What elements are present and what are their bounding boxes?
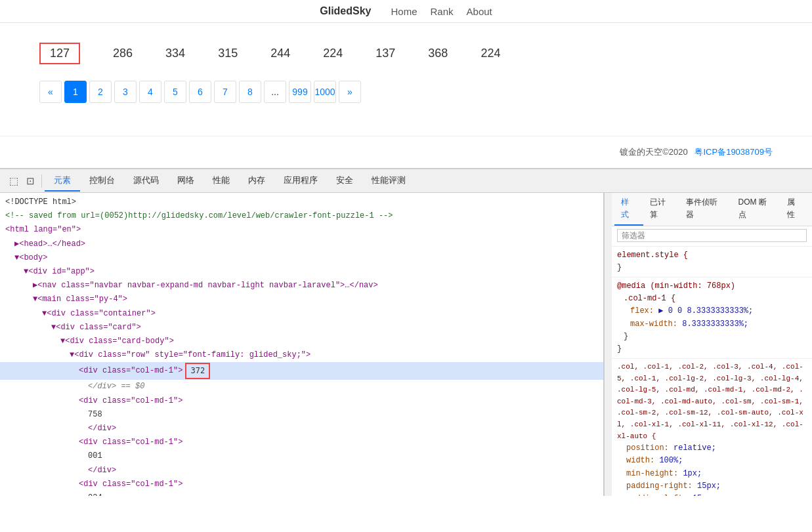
style-prop-row: min-height: 1px; [617,468,807,480]
style-prop-row: max-width: 8.3333333333%; [617,318,807,331]
pagination-page[interactable]: 4 [139,81,161,103]
number-item[interactable]: 368 [428,47,448,60]
html-line[interactable]: 001 [0,449,603,463]
style-selector: @media (min-width: 768px) [617,280,807,293]
pagination-next[interactable]: » [339,81,361,103]
style-prop-row: flex: ▶ 0 0 8.3333333333%; [617,305,807,317]
number-item[interactable]: 315 [218,47,238,60]
navbar-links: Home Rank About [391,6,492,17]
icp-link[interactable]: 粤ICP备19038709号 [694,147,773,157]
html-line[interactable]: <!-- saved from url=(0052)http://glideds… [0,209,603,223]
pagination-page[interactable]: 1 [64,81,87,103]
styles-tabs: 样式已计算事件侦听器DOM 断点属性 [612,193,812,226]
footer: 镀金的天空©2020 粤ICP备19038709号 [0,136,812,168]
pagination-prev[interactable]: « [39,81,62,103]
toolbar-divider [41,174,42,188]
pagination-page[interactable]: 3 [114,81,137,103]
html-line[interactable]: ▼<div class="card-body"> [0,335,603,348]
style-rules: element.style {}@media (min-width: 768px… [612,247,812,496]
devtools-tab-控制台[interactable]: 控制台 [80,171,124,192]
html-line[interactable]: </div> [0,422,603,436]
html-line[interactable]: ▼<div class="container"> [0,307,603,321]
nav-about[interactable]: About [467,6,492,17]
navbar: GlidedSky Home Rank About [0,0,812,23]
devtools-tab-源代码[interactable]: 源代码 [124,171,168,192]
pagination-page[interactable]: 1000 [314,81,336,103]
html-line[interactable]: ▶<nav class="navbar navbar-expand-md nav… [0,279,603,293]
pagination-page[interactable]: 7 [214,81,236,103]
html-line[interactable]: <html lang="en"> [0,223,603,237]
selected-value-box: 372 [185,363,210,379]
devtools-toolbar: ⬚ ⊡ 元素控制台源代码网络性能内存应用程序安全性能评测 [0,169,812,193]
style-selector: .col, .col-1, .col-2, .col-3, .col-4, .c… [617,361,807,442]
style-nested: .col-md-1 { [617,293,807,305]
html-line[interactable]: <div class="col-md-1"> [0,394,603,408]
number-item[interactable]: 224 [481,47,500,60]
devtools-tab-性能[interactable]: 性能 [203,171,239,192]
styles-tab-已计算[interactable]: 已计算 [643,193,680,226]
style-prop-row: width: 100%; [617,455,807,467]
html-line[interactable]: <div class="col-md-1">372 [0,362,603,380]
style-nested-close: } [617,331,807,343]
style-prop-row: padding-left: 15px; [617,493,807,496]
style-prop-row: position: relative; [617,442,807,455]
devtools-panel: ⬚ ⊡ 元素控制台源代码网络性能内存应用程序安全性能评测 <!DOCTYPE h… [0,168,812,496]
devtools-tab-应用程序[interactable]: 应用程序 [274,171,327,192]
html-line[interactable]: ▼<main class="py-4"> [0,293,603,306]
pagination-page[interactable]: 999 [289,81,311,103]
filter-input[interactable] [617,229,807,242]
styles-tab-属性[interactable]: 属性 [780,193,809,226]
number-item[interactable]: 127 [39,43,80,64]
nav-home[interactable]: Home [391,6,417,17]
number-item[interactable]: 286 [113,47,133,60]
pagination-page[interactable]: ... [264,81,286,103]
html-line[interactable]: 034 [0,491,603,496]
html-line[interactable]: ▼<div class="card"> [0,321,603,335]
html-scrollbar[interactable] [604,193,612,496]
devtools-tab-安全[interactable]: 安全 [327,171,362,192]
style-rule: @media (min-width: 768px).col-md-1 {flex… [612,277,812,359]
devtools-body: <!DOCTYPE html><!-- saved from url=(0052… [0,193,812,496]
pagination-page[interactable]: 6 [189,81,211,103]
devtools-tab-内存[interactable]: 内存 [239,171,274,192]
devtools-tab-性能评测[interactable]: 性能评测 [362,171,415,192]
style-prop-row: padding-right: 15px; [617,480,807,493]
html-line[interactable]: 758 [0,408,603,422]
style-rule-close: } [617,262,807,274]
footer-text: 镀金的天空©2020 [620,147,688,157]
html-line[interactable]: <div class="col-md-1"> [0,436,603,449]
device-icon[interactable]: ⊡ [22,173,39,190]
html-line[interactable]: ▼<div class="row" style="font-family: gl… [0,348,603,362]
devtools-tab-元素[interactable]: 元素 [45,171,80,192]
number-item[interactable]: 334 [165,47,185,60]
pagination-page[interactable]: 8 [239,81,261,103]
devtools-tab-网络[interactable]: 网络 [168,171,203,192]
html-line[interactable]: </div> [0,464,603,478]
styles-tab-DOM 断点[interactable]: DOM 断点 [732,193,781,226]
style-selector: element.style { [617,249,807,262]
style-rule: .col, .col-1, .col-2, .col-3, .col-4, .c… [612,359,812,496]
html-line[interactable]: ▶<head>…</head> [0,237,603,251]
devtools-styles-panel: 样式已计算事件侦听器DOM 断点属性 element.style {}@medi… [612,193,812,496]
number-item[interactable]: 137 [375,47,395,60]
html-line[interactable]: </div> == $0 [0,380,603,394]
devtools-tabs: 元素控制台源代码网络性能内存应用程序安全性能评测 [45,171,415,192]
html-line[interactable]: ▼<div id="app"> [0,265,603,279]
pagination-page[interactable]: 2 [89,81,112,103]
pagination: «12345678...9991000» [39,81,773,103]
html-line[interactable]: <!DOCTYPE html> [0,195,603,209]
number-item[interactable]: 224 [323,47,343,60]
devtools-html-panel[interactable]: <!DOCTYPE html><!-- saved from url=(0052… [0,193,604,496]
nav-rank[interactable]: Rank [431,6,454,17]
html-line[interactable]: ▼<body> [0,251,603,265]
styles-tab-事件侦听器[interactable]: 事件侦听器 [679,193,731,226]
style-rule: element.style {} [612,247,812,277]
html-line[interactable]: <div class="col-md-1"> [0,478,603,491]
main-content: 127286334315244224137368224 «12345678...… [0,23,812,136]
pagination-page[interactable]: 5 [164,81,186,103]
cursor-icon[interactable]: ⬚ [5,173,22,190]
number-item[interactable]: 244 [270,47,290,60]
numbers-row: 127286334315244224137368224 [39,43,773,64]
styles-tab-样式[interactable]: 样式 [614,193,643,226]
filter-row [612,226,812,246]
